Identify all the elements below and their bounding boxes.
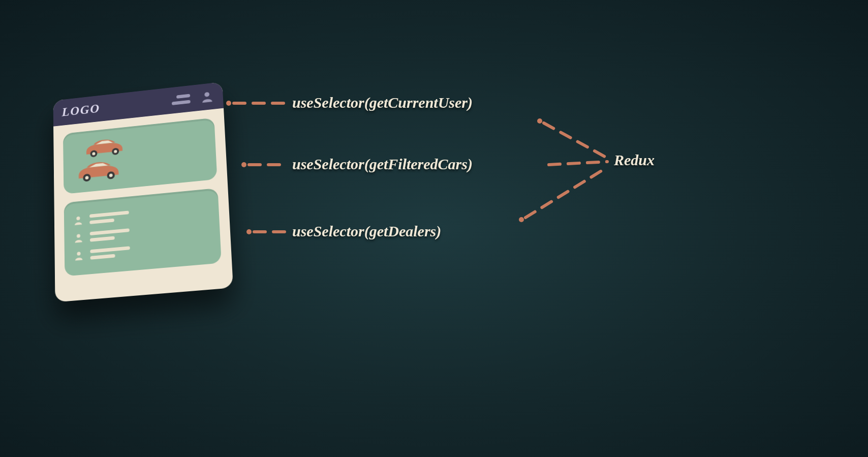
selector-label-cars: useSelector(getFilteredCars) [292,156,473,173]
nav-menu-placeholder [171,94,190,105]
svg-point-14 [241,162,246,167]
store-label: Redux [614,151,655,169]
selector-label-user: useSelector(getCurrentUser) [292,94,473,111]
app-content [53,108,232,286]
svg-point-11 [77,252,80,256]
svg-line-19 [544,123,605,157]
dealer-text-placeholder [90,228,130,241]
dealers-panel [64,188,222,277]
app-card: LOGO [53,82,233,302]
svg-point-21 [519,217,524,222]
svg-point-10 [77,234,80,238]
person-icon [73,215,84,226]
app-mockup: LOGO [51,84,229,297]
dealer-text-placeholder [89,210,129,224]
user-icon [200,89,214,104]
dealer-text-placeholder [90,246,130,259]
svg-point-18 [537,118,542,124]
app-card-body: LOGO [53,82,233,302]
person-icon [73,232,84,243]
svg-point-16 [246,229,252,234]
svg-line-20 [549,162,607,165]
svg-line-22 [525,169,605,218]
person-icon [73,250,84,261]
svg-point-9 [76,217,80,221]
selector-label-dealers: useSelector(getDealers) [292,223,441,240]
svg-point-0 [204,92,209,97]
cars-panel [63,117,217,194]
